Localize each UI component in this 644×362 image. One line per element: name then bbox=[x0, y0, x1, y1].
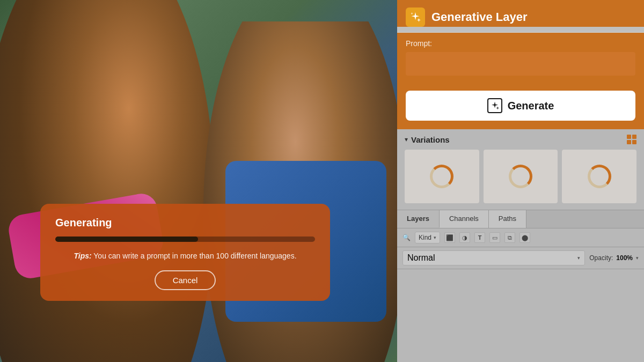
prompt-input[interactable] bbox=[406, 52, 635, 76]
tips-body: You can write a prompt in more than 100 … bbox=[93, 252, 296, 260]
generate-button-label: Generate bbox=[508, 100, 554, 112]
cancel-button[interactable]: Cancel bbox=[155, 270, 216, 290]
opacity-arrow: ▾ bbox=[636, 255, 639, 261]
layers-panel: Layers Channels Paths 🔍 Kind ▾ ⬛ ◑ T ▭ ⧉… bbox=[397, 210, 644, 362]
blend-mode-arrow: ▾ bbox=[577, 255, 580, 261]
prompt-section: Prompt: bbox=[397, 33, 644, 84]
search-icon: 🔍 bbox=[402, 234, 411, 241]
loading-spinner-2 bbox=[509, 165, 532, 188]
layers-bottom-bar: Normal ▾ Opacity: 100% ▾ bbox=[397, 247, 644, 269]
photo-background bbox=[0, 0, 397, 362]
grid-cell-1 bbox=[627, 135, 631, 139]
sparkle-icon bbox=[409, 11, 421, 23]
tips-label: Tips: bbox=[74, 252, 91, 260]
blend-mode-label: Normal bbox=[407, 253, 435, 263]
sparkle-btn-icon bbox=[490, 101, 500, 110]
grid-view-icon[interactable] bbox=[627, 135, 636, 144]
variation-thumb-3[interactable] bbox=[562, 150, 636, 203]
right-panel: Generative Layer Prompt: Generate ▾ Vari… bbox=[397, 0, 644, 362]
variations-label: Variations bbox=[411, 135, 450, 144]
layers-content bbox=[397, 269, 644, 362]
filter-icon-shape[interactable]: ▭ bbox=[489, 232, 500, 243]
generate-button[interactable]: Generate bbox=[406, 91, 635, 121]
grid-cell-3 bbox=[627, 140, 631, 144]
variations-chevron[interactable]: ▾ bbox=[405, 136, 408, 143]
variation-thumbnails bbox=[405, 150, 636, 203]
blend-mode-selector[interactable]: Normal ▾ bbox=[402, 250, 585, 265]
sparkle-icon-bg bbox=[406, 8, 425, 27]
filter-icon-smartobject[interactable]: ⧉ bbox=[504, 232, 515, 243]
generating-overlay: Generating Tips: You can write a prompt … bbox=[40, 204, 330, 301]
opacity-control: Opacity: 100% ▾ bbox=[589, 254, 639, 262]
filter-icon-type[interactable]: T bbox=[474, 232, 485, 243]
kind-filter-arrow: ▾ bbox=[434, 235, 436, 240]
filter-icon-fill[interactable]: ⬤ bbox=[519, 232, 530, 243]
variation-thumb-2[interactable] bbox=[484, 150, 558, 203]
filter-icon-adjustment[interactable]: ◑ bbox=[459, 232, 470, 243]
opacity-label: Opacity: bbox=[589, 254, 613, 262]
tab-channels[interactable]: Channels bbox=[440, 210, 489, 228]
gen-layer-header: Generative Layer bbox=[397, 0, 644, 27]
loading-spinner-1 bbox=[430, 165, 453, 188]
gen-layer-title: Generative Layer bbox=[431, 10, 528, 24]
generate-button-icon bbox=[487, 98, 502, 113]
filter-icon-image[interactable]: ⬛ bbox=[444, 232, 455, 243]
layers-tabs: Layers Channels Paths bbox=[397, 210, 644, 228]
person-left bbox=[0, 0, 215, 362]
variations-header: ▾ Variations bbox=[405, 135, 636, 144]
tab-layers[interactable]: Layers bbox=[397, 210, 440, 228]
layers-toolbar: 🔍 Kind ▾ ⬛ ◑ T ▭ ⧉ ⬤ bbox=[397, 228, 644, 247]
progress-bar-container bbox=[55, 237, 315, 242]
generate-button-wrapper: Generate bbox=[397, 84, 644, 129]
opacity-value[interactable]: 100% bbox=[616, 254, 633, 262]
generating-title: Generating bbox=[55, 217, 315, 229]
kind-filter[interactable]: Kind ▾ bbox=[415, 232, 440, 243]
photo-area: Generating Tips: You can write a prompt … bbox=[0, 0, 397, 362]
tab-paths[interactable]: Paths bbox=[489, 210, 526, 228]
variations-title-row: ▾ Variations bbox=[405, 135, 450, 144]
progress-bar-fill bbox=[55, 237, 198, 242]
prompt-label: Prompt: bbox=[406, 39, 635, 48]
variations-section: ▾ Variations bbox=[397, 129, 644, 210]
kind-filter-label: Kind bbox=[419, 234, 431, 241]
grid-cell-4 bbox=[632, 140, 636, 144]
tips-text: Tips: You can write a prompt in more tha… bbox=[55, 250, 315, 262]
cancel-button-wrapper: Cancel bbox=[55, 270, 315, 290]
variation-thumb-1[interactable] bbox=[405, 150, 479, 203]
grid-cell-2 bbox=[632, 135, 636, 139]
loading-spinner-3 bbox=[588, 165, 611, 188]
